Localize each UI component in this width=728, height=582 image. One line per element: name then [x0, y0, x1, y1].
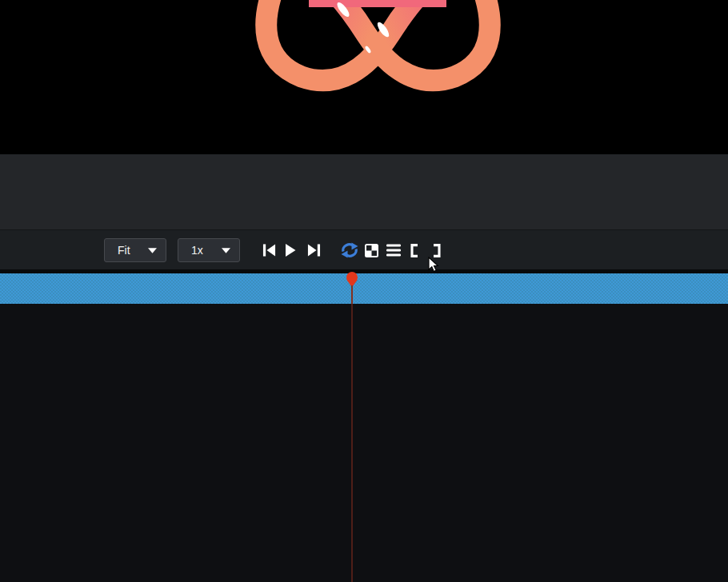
skip-to-start-icon [262, 244, 276, 257]
skip-to-end-button[interactable] [304, 238, 323, 262]
menu-icon [386, 244, 401, 257]
menu-button[interactable] [384, 238, 403, 262]
play-icon [284, 244, 296, 257]
player-toolbar: Fit 1x [0, 229, 728, 269]
skip-to-start-button[interactable] [259, 238, 278, 262]
set-in-point-button[interactable] [405, 238, 424, 262]
speed-select[interactable]: 1x [178, 238, 240, 262]
checkerboard-icon [365, 244, 378, 257]
skip-to-end-icon [307, 244, 321, 257]
upper-panel-band [0, 154, 728, 229]
mouse-cursor [427, 257, 439, 276]
ribbon-animation-artwork [0, 0, 728, 154]
chevron-down-icon [148, 248, 157, 253]
preview-canvas [0, 0, 728, 154]
timeline-scrubber[interactable] [0, 273, 728, 304]
speed-select-value: 1x [191, 245, 203, 256]
chevron-down-icon [222, 248, 230, 253]
background-toggle-button[interactable] [362, 238, 381, 262]
fit-zoom-select-value: Fit [118, 245, 130, 256]
playhead-line [351, 304, 353, 582]
bracket-open-icon [410, 244, 418, 257]
playhead-line-on-bar [351, 285, 353, 304]
cursor-arrow-icon [427, 257, 439, 273]
play-button[interactable] [280, 238, 299, 262]
loop-toggle-button[interactable] [338, 238, 361, 262]
fit-zoom-select[interactable]: Fit [104, 238, 166, 262]
bracket-close-icon [433, 244, 441, 257]
lower-panel [0, 304, 728, 582]
loop-icon [339, 242, 360, 258]
